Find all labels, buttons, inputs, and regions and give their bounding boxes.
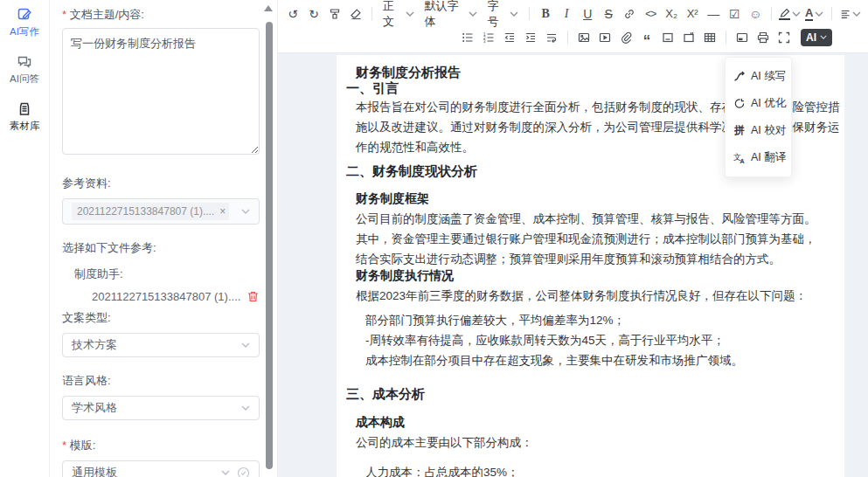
ai-button-label: AI <box>806 31 816 44</box>
svg-text:3: 3 <box>483 38 486 43</box>
font-family-dropdown[interactable]: 默认字体 <box>420 4 482 24</box>
sidebar-item-label: AI写作 <box>10 25 39 38</box>
chevron-down-icon <box>815 11 823 17</box>
undo-icon[interactable]: ↺ <box>283 4 302 24</box>
align-dropdown[interactable] <box>838 4 863 24</box>
topic-textarea[interactable]: 写一份财务制度分析报告 <box>62 28 260 155</box>
menu-item-ai-continue[interactable]: AI 续写 <box>726 63 791 90</box>
material-library-icon <box>17 101 32 117</box>
doc-block-p: 公司目前的制度涵盖了资金管理、成本控制、预算管理、核算与报告、风险管理等方面。其… <box>356 209 819 269</box>
toolbar-row-1: ↺ ↻ 正文 默认字体 字号 B I U S <> X₂ X² — ☑ ☺ <box>283 2 863 25</box>
side-panel-icon[interactable] <box>733 28 752 47</box>
underline-icon[interactable]: U <box>578 4 597 24</box>
strikethrough-icon[interactable]: S <box>599 4 618 24</box>
sidebar-item-ai-qa[interactable]: AI问答 <box>10 54 39 86</box>
chevron-down-icon <box>792 11 801 17</box>
attachment-icon[interactable] <box>616 28 635 47</box>
insert-video-icon[interactable] <box>595 28 615 47</box>
chevron-down-icon <box>852 11 861 17</box>
app-window: AI写作 AI问答 素材库 文档主题/内容: 写一份财务制度分析报告 参考资料:… <box>0 0 868 477</box>
print-icon[interactable] <box>753 28 773 47</box>
left-nav-rail: AI写作 AI问答 素材库 <box>0 0 50 477</box>
emoji-icon[interactable]: ☺ <box>746 4 765 24</box>
delete-file-icon[interactable] <box>247 290 260 303</box>
highlight-color-dropdown[interactable] <box>778 4 802 24</box>
blockquote-icon[interactable]: “ <box>637 28 656 47</box>
doc-type-select[interactable]: 技术方案 <box>62 333 260 357</box>
ai-writing-icon <box>17 7 32 23</box>
redo-icon[interactable]: ↻ <box>304 4 323 24</box>
template-label: 模版: <box>62 438 260 453</box>
ai-translate-icon: 文A <box>733 152 746 163</box>
insert-table-icon[interactable] <box>700 28 719 47</box>
reference-file-row: 2021122715133847807 (1).... <box>62 290 260 303</box>
doc-block-li: 部分部门预算执行偏差较大，平均偏差率为12%； <box>365 310 843 330</box>
italic-icon[interactable]: I <box>557 4 576 24</box>
subscript-icon[interactable]: X₂ <box>662 4 681 24</box>
format-painter-icon[interactable] <box>325 4 344 24</box>
paragraph-style-value: 正文 <box>383 0 404 30</box>
eraser-icon[interactable] <box>346 4 365 24</box>
reference-select[interactable]: 2021122715133847807 (1).... × <box>62 198 260 225</box>
sidebar-item-label: AI问答 <box>10 73 39 86</box>
indent-icon[interactable] <box>521 28 540 47</box>
style-value: 学术风格 <box>72 400 241 416</box>
insert-image-icon[interactable] <box>574 28 594 47</box>
ai-tools-button[interactable]: AI <box>801 29 832 46</box>
doc-block-h3: 成本构成 <box>356 412 843 432</box>
divider-icon[interactable]: — <box>704 4 723 24</box>
chevron-down-icon <box>241 405 250 411</box>
file-section-label: 选择如下文件参考: <box>62 240 260 256</box>
menu-item-label: AI 优化 <box>751 96 786 111</box>
ordered-list-icon[interactable]: 123 <box>479 28 498 47</box>
reference-tag: 2021122715133847807 (1).... × <box>72 203 229 220</box>
form-scrollbar-thumb[interactable] <box>266 22 273 469</box>
toolbar-row-2: 123 “ AI <box>458 25 863 49</box>
reference-file-name: 2021122715133847807 (1).... <box>92 290 247 303</box>
doc-block-h2: 三、成本分析 <box>346 384 843 404</box>
font-size-value: 字号 <box>488 0 509 30</box>
chevron-down-icon <box>510 11 518 17</box>
ai-qa-icon <box>17 54 32 70</box>
template-select[interactable]: 通用模板 <box>62 460 260 477</box>
bold-icon[interactable]: B <box>536 4 555 24</box>
menu-item-ai-translate[interactable]: 文A AI 翻译 <box>726 144 791 171</box>
scrollbar-up-arrow[interactable] <box>264 5 273 11</box>
assistant-label: 制度助手: <box>74 266 260 282</box>
chevron-down-icon <box>241 209 250 214</box>
line-break-icon[interactable] <box>542 28 561 47</box>
reference-tag-text: 2021122715133847807 (1).... <box>77 205 214 218</box>
doc-block-li: 成本控制在部分项目中存在超支现象，主要集中在研发和市场推广领域。 <box>365 350 843 370</box>
fullscreen-icon[interactable] <box>774 28 794 47</box>
code-block-icon[interactable] <box>658 28 677 47</box>
task-checkbox-icon[interactable]: ☑ <box>725 4 744 24</box>
doc-block-p: 公司的成本主要由以下部分构成： <box>356 432 843 453</box>
chevron-down-icon <box>469 11 477 17</box>
check-circle-icon[interactable] <box>237 467 250 477</box>
ai-continue-icon <box>733 71 746 82</box>
doc-block-h3: 财务制度框架 <box>356 189 843 209</box>
style-label: 语言风格: <box>62 373 260 389</box>
tag-close-icon[interactable]: × <box>219 205 226 218</box>
font-size-dropdown[interactable]: 字号 <box>483 4 524 24</box>
menu-item-label: AI 续写 <box>751 69 786 84</box>
menu-item-ai-proofread[interactable]: 拼 AI 校对 <box>726 117 791 144</box>
menu-item-ai-optimize[interactable]: AI 优化 <box>726 90 791 117</box>
quote-block-icon[interactable] <box>679 28 698 47</box>
link-icon[interactable] <box>620 4 639 24</box>
font-color-dropdown[interactable]: A <box>804 4 825 24</box>
ai-tools-menu: AI 续写 AI 优化 拼 AI 校对 文A AI 翻译 <box>725 57 792 177</box>
doc-type-value: 技术方案 <box>72 337 241 353</box>
style-select[interactable]: 学术风格 <box>62 396 260 420</box>
outdent-icon[interactable] <box>500 28 519 47</box>
chevron-down-icon <box>820 35 827 39</box>
svg-text:A: A <box>740 158 745 164</box>
doc-block-p: 根据2023年前三季度的财务数据，公司整体财务制度执行情况良好，但存在以下问题： <box>356 286 843 306</box>
sidebar-item-ai-writing[interactable]: AI写作 <box>10 7 39 38</box>
inline-code-icon[interactable]: <> <box>641 4 660 24</box>
bullet-list-icon[interactable] <box>458 28 477 47</box>
superscript-icon[interactable]: X² <box>683 4 702 24</box>
paragraph-style-dropdown[interactable]: 正文 <box>378 4 419 24</box>
editor-toolbar: ↺ ↻ 正文 默认字体 字号 B I U S <> X₂ X² — ☑ ☺ <box>278 0 868 53</box>
sidebar-item-material-library[interactable]: 素材库 <box>10 101 40 133</box>
